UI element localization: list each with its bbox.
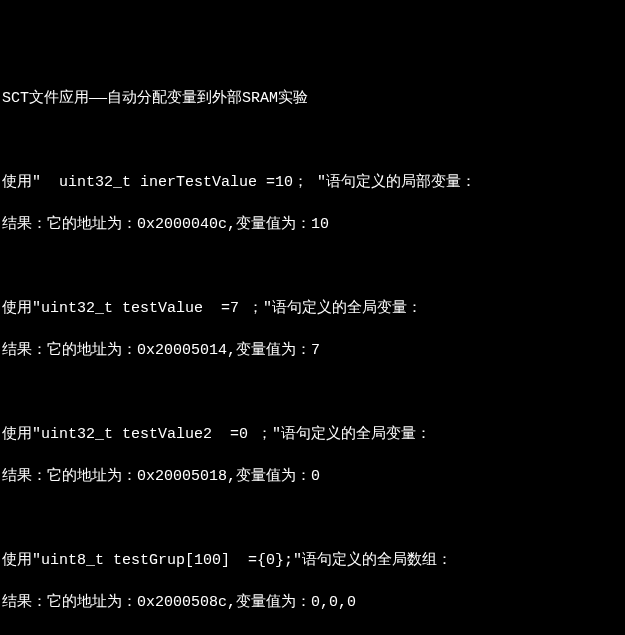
decl-line: 使用" uint32_t inerTestValue =10； "语句定义的局部…: [2, 172, 623, 193]
result-line: 结果：它的地址为：0x2000040c,变量值为：10: [2, 214, 623, 235]
blank-line: [2, 382, 623, 403]
blank-line: [2, 256, 623, 277]
title-line: SCT文件应用——自动分配变量到外部SRAM实验: [2, 88, 623, 109]
decl-line: 使用"uint32_t testValue2 =0 ；"语句定义的全局变量：: [2, 424, 623, 445]
result-line: 结果：它的地址为：0x20005014,变量值为：7: [2, 340, 623, 361]
result-line: 结果：它的地址为：0x20005018,变量值为：0: [2, 466, 623, 487]
blank-line: [2, 508, 623, 529]
blank-line: [2, 130, 623, 151]
result-line: 结果：它的地址为：0x2000508c,变量值为：0,0,0: [2, 592, 623, 613]
decl-line: 使用"uint32_t testValue =7 ；"语句定义的全局变量：: [2, 298, 623, 319]
decl-line: 使用"uint8_t testGrup[100] ={0};"语句定义的全局数组…: [2, 550, 623, 571]
